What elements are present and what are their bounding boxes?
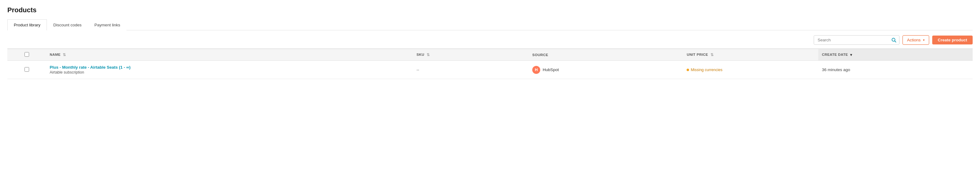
row-checkbox[interactable] — [24, 67, 29, 72]
th-create-date[interactable]: CREATE DATE ▾ — [818, 49, 973, 61]
actions-button[interactable]: Actions ▾ — [902, 35, 929, 45]
search-input[interactable] — [814, 35, 899, 45]
row-name-cell: Plus - Monthly rate - Airtable Seats (1 … — [46, 61, 413, 79]
products-table-container: NAME ⇅ SKU ⇅ SOURCE UNIT PRICE ⇅ — [7, 48, 973, 79]
th-name[interactable]: NAME ⇅ — [46, 49, 413, 61]
price-sort-icon: ⇅ — [711, 53, 714, 57]
create-product-button[interactable]: Create product — [932, 35, 973, 45]
page-container: Products Product library Discount codes … — [0, 0, 980, 79]
row-price-cell: Missing currencies — [683, 61, 818, 79]
th-sku[interactable]: SKU ⇅ — [413, 49, 528, 61]
product-name-link[interactable]: Plus - Monthly rate - Airtable Seats (1 … — [49, 65, 130, 70]
th-source: SOURCE — [528, 49, 683, 61]
source-cell: H HubSpot — [532, 66, 679, 74]
row-sku-cell: -- — [413, 61, 528, 79]
date-sort-icon: ▾ — [850, 53, 852, 57]
missing-currencies-label: Missing currencies — [690, 68, 722, 72]
table-header-row: NAME ⇅ SKU ⇅ SOURCE UNIT PRICE ⇅ — [7, 49, 973, 61]
search-icon-button[interactable] — [891, 38, 896, 43]
sku-sort-icon: ⇅ — [426, 53, 430, 57]
name-sort-icon: ⇅ — [63, 53, 66, 57]
hubspot-icon: H — [532, 66, 540, 74]
row-source-cell: H HubSpot — [528, 61, 683, 79]
svg-line-1 — [894, 41, 896, 42]
select-all-checkbox[interactable] — [24, 52, 29, 57]
tabs-bar: Product library Discount codes Payment l… — [7, 19, 973, 30]
table-row: Plus - Monthly rate - Airtable Seats (1 … — [7, 61, 973, 79]
product-description: Airtable subscription — [49, 70, 409, 75]
products-table: NAME ⇅ SKU ⇅ SOURCE UNIT PRICE ⇅ — [7, 49, 973, 79]
create-date-value: 36 minutes ago — [822, 67, 850, 72]
row-date-cell: 36 minutes ago — [818, 61, 973, 79]
sku-value: -- — [417, 67, 419, 72]
th-unit-price[interactable]: UNIT PRICE ⇅ — [683, 49, 818, 61]
tab-product-library[interactable]: Product library — [7, 19, 47, 30]
toolbar: Actions ▾ Create product — [7, 30, 973, 48]
tab-payment-links[interactable]: Payment links — [88, 19, 126, 30]
actions-caret-icon: ▾ — [923, 38, 924, 42]
tab-discount-codes[interactable]: Discount codes — [47, 19, 88, 30]
search-wrapper — [814, 35, 899, 45]
th-checkbox — [7, 49, 46, 61]
missing-currencies-dot-icon — [687, 69, 689, 71]
row-checkbox-cell — [7, 61, 46, 79]
source-name: HubSpot — [542, 67, 559, 72]
missing-currencies-badge: Missing currencies — [687, 68, 814, 72]
search-icon — [891, 38, 896, 43]
page-title: Products — [7, 6, 973, 14]
